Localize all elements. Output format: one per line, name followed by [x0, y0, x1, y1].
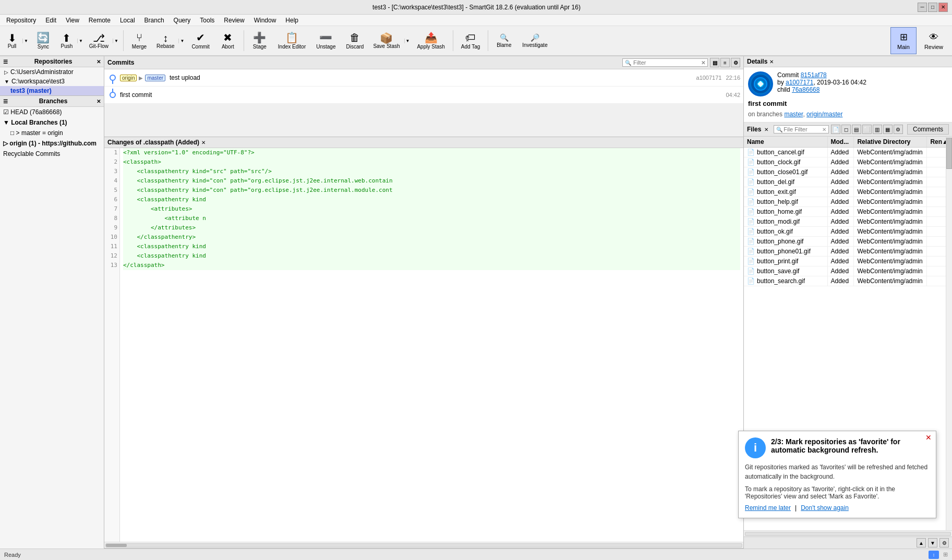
table-row[interactable]: 📄button_print.gif Added WebContent/img/a…: [744, 257, 952, 266]
tooltip-remind-later-link[interactable]: Remind me later: [745, 504, 791, 512]
files-col-mod[interactable]: Mod...: [827, 137, 854, 148]
review-view-button[interactable]: 👁 Review: [918, 27, 950, 54]
menu-item-query[interactable]: Query: [170, 16, 195, 25]
files-view-btn-4[interactable]: ▥: [873, 125, 882, 134]
files-vertical-scrollbar[interactable]: [946, 137, 952, 530]
files-view-btn-3[interactable]: ⬜: [862, 125, 872, 134]
title-bar-controls[interactable]: ─ □ ✕: [918, 3, 948, 12]
commit-button[interactable]: ✔ Commit: [187, 27, 214, 54]
branch-master-link[interactable]: master: [784, 111, 803, 118]
discard-button[interactable]: 🗑 Discard: [341, 27, 368, 54]
repo-item[interactable]: test3 (master): [0, 86, 104, 95]
menu-item-repository[interactable]: Repository: [2, 16, 40, 25]
table-row[interactable]: 📄button_search.gif Added WebContent/img/…: [744, 276, 952, 286]
main-view-button[interactable]: ⊞ Main: [890, 27, 917, 54]
branch-item[interactable]: ☑ HEAD (76a86668): [0, 107, 104, 117]
branch-item[interactable]: Recyclable Commits: [0, 149, 104, 159]
files-filter-box[interactable]: 🔍 ✕: [774, 125, 829, 133]
files-nav-options-btn[interactable]: ⚙: [939, 538, 949, 547]
files-filter-input[interactable]: [784, 126, 822, 132]
commits-filter-box[interactable]: 🔍 ✕: [622, 58, 708, 67]
branch-item[interactable]: ▷ origin (1) - https://github.com: [0, 138, 104, 149]
push-dropdown-icon[interactable]: ▼: [77, 39, 84, 43]
status-bar-icon-1[interactable]: ↕: [929, 551, 939, 559]
commits-view-btn-2[interactable]: ≡: [720, 58, 730, 67]
files-nav-up-btn[interactable]: ▲: [917, 538, 926, 547]
files-header-close-icon[interactable]: ✕: [764, 127, 768, 132]
files-view-btn-5[interactable]: ▦: [883, 125, 893, 134]
commits-options-btn[interactable]: ⚙: [731, 58, 740, 67]
commit-row[interactable]: origin ▶ master test upload a1007171 22:…: [104, 69, 743, 87]
comments-tab[interactable]: Comments: [907, 124, 949, 135]
repo-item[interactable]: ▷C:\Users\Administrator: [0, 67, 104, 77]
stage-button[interactable]: ➕ Stage: [247, 27, 272, 54]
close-button[interactable]: ✕: [938, 3, 948, 12]
sync-button[interactable]: 🔄 Sync: [31, 27, 56, 54]
menu-item-window[interactable]: Window: [250, 16, 281, 25]
branches-close-icon[interactable]: ✕: [97, 99, 101, 104]
branches-menu-icon[interactable]: ☰: [3, 99, 8, 104]
investigate-button[interactable]: 🔎 Investigate: [517, 27, 552, 54]
maximize-button[interactable]: □: [928, 3, 937, 12]
commits-filter-input[interactable]: [633, 59, 701, 66]
menu-item-remote[interactable]: Remote: [85, 16, 115, 25]
table-row[interactable]: 📄button_cancel.gif Added WebContent/img/…: [744, 148, 952, 157]
menu-item-help[interactable]: Help: [281, 16, 303, 25]
table-row[interactable]: 📄button_phone01.gif Added WebContent/img…: [744, 247, 952, 257]
files-nav-down-btn[interactable]: ▼: [928, 538, 937, 547]
table-row[interactable]: 📄button_del.gif Added WebContent/img/adm…: [744, 177, 952, 187]
files-view-btn-1[interactable]: ◻: [841, 125, 851, 134]
unstage-button[interactable]: ➖ Unstage: [311, 27, 340, 54]
repositories-close-icon[interactable]: ✕: [97, 59, 101, 65]
files-options-btn[interactable]: ⚙: [894, 125, 903, 134]
save-stash-button[interactable]: 📦 Save Stash ▼: [369, 27, 411, 54]
commits-filter-clear-icon[interactable]: ✕: [701, 60, 705, 66]
files-filter-clear-icon[interactable]: ✕: [822, 127, 826, 132]
changes-close-icon[interactable]: ✕: [201, 140, 206, 145]
repo-item[interactable]: ▼C:\workspace\test3: [0, 77, 104, 86]
commits-view-btn-1[interactable]: ▤: [710, 58, 719, 67]
table-row[interactable]: 📄button_ok.gif Added WebContent/img/admi…: [744, 227, 952, 237]
table-row[interactable]: 📄button_close01.gif Added WebContent/img…: [744, 167, 952, 177]
index-editor-button[interactable]: 📋 Index Editor: [273, 27, 310, 54]
table-row[interactable]: 📄button_clock.gif Added WebContent/img/a…: [744, 157, 952, 167]
table-row[interactable]: 📄button_help.gif Added WebContent/img/ad…: [744, 197, 952, 207]
rebase-dropdown-icon[interactable]: ▼: [178, 39, 185, 43]
add-tag-button[interactable]: 🏷 Add Tag: [456, 27, 485, 54]
gitflow-button[interactable]: ⎇ Git-Flow ▼: [86, 27, 120, 54]
blame-button[interactable]: 🔍 Blame: [491, 27, 516, 54]
commit-hash-link[interactable]: 8151af78: [801, 71, 827, 79]
menu-item-review[interactable]: Review: [220, 16, 248, 25]
branch-item[interactable]: ▼ Local Branches (1): [0, 117, 104, 128]
branch-item[interactable]: □ > master = origin: [0, 128, 104, 138]
menu-item-local[interactable]: Local: [116, 16, 139, 25]
tooltip-dont-show-link[interactable]: Don't show again: [801, 504, 849, 512]
gitflow-dropdown-icon[interactable]: ▼: [113, 39, 119, 43]
files-horizontal-scroll[interactable]: [744, 530, 952, 537]
minimize-button[interactable]: ─: [918, 3, 927, 12]
table-row[interactable]: 📄button_save.gif Added WebContent/img/ad…: [744, 266, 952, 276]
table-row[interactable]: 📄button_home.gif Added WebContent/img/ad…: [744, 207, 952, 217]
commit-author-link[interactable]: a1007171: [786, 79, 813, 86]
files-new-file-btn[interactable]: 📄: [831, 125, 840, 134]
menu-item-branch[interactable]: Branch: [140, 16, 168, 25]
files-view-btn-2[interactable]: ▤: [852, 125, 861, 134]
pull-button[interactable]: ⬇ Pull ▼: [2, 27, 30, 54]
apply-stash-button[interactable]: 📤 Apply Stash: [412, 27, 449, 54]
abort-button[interactable]: ✖ Abort: [215, 27, 240, 54]
repositories-menu-icon[interactable]: ☰: [3, 59, 8, 65]
files-col-dir[interactable]: Relative Directory: [854, 137, 927, 148]
diff-horizontal-scroll[interactable]: [104, 542, 743, 548]
status-bar-icon-2[interactable]: ⊞: [943, 551, 948, 558]
commit-child-link[interactable]: 76a86668: [792, 86, 820, 93]
menu-item-tools[interactable]: Tools: [196, 16, 219, 25]
table-row[interactable]: 📄button_phone.gif Added WebContent/img/a…: [744, 237, 952, 247]
table-row[interactable]: 📄button_modi.gif Added WebContent/img/ad…: [744, 217, 952, 227]
merge-button[interactable]: ⑂ Merge: [127, 27, 152, 54]
details-close-icon[interactable]: ✕: [769, 59, 774, 65]
tooltip-close-button[interactable]: ✕: [925, 433, 932, 442]
menu-item-view[interactable]: View: [62, 16, 83, 25]
commit-row[interactable]: first commit 04:42: [104, 87, 743, 104]
table-row[interactable]: 📄button_exit.gif Added WebContent/img/ad…: [744, 187, 952, 197]
pull-dropdown-icon[interactable]: ▼: [22, 39, 29, 43]
